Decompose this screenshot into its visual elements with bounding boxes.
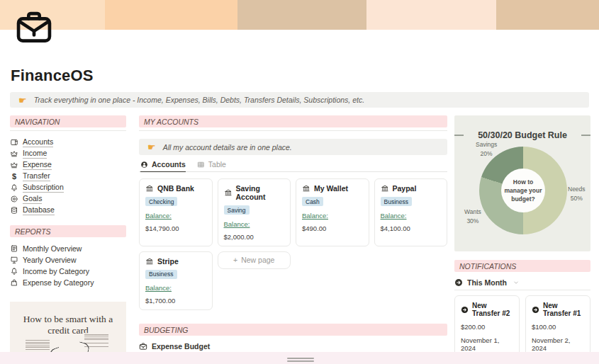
sidebar-item-subscription[interactable]: Subscription <box>10 182 126 193</box>
sidebar-item-income-by-category[interactable]: Income by Category <box>10 266 126 277</box>
page-title: FinanceOS <box>11 67 599 85</box>
account-card-qnb-bank[interactable]: QNB Bank Checking Balance: $14,790.00 <box>139 178 213 246</box>
page-callout-text: Track everything in one place - Income, … <box>34 96 364 104</box>
chevron-down-icon[interactable] <box>513 279 520 286</box>
title-dash <box>581 135 590 136</box>
title-dash <box>454 135 464 136</box>
bell-icon <box>10 267 18 275</box>
account-type-tag: Business <box>381 197 413 206</box>
navigation-list: Accounts Income Expense $Transfer Subscr… <box>10 137 126 216</box>
account-card-my-wallet[interactable]: My Wallet Cash Balance: $490.00 <box>296 178 369 246</box>
crown-icon <box>10 149 18 158</box>
budgeting-header: BUDGETING <box>139 324 447 336</box>
navigation-header: NAVIGATION <box>10 115 126 127</box>
sidebar-item-income[interactable]: Income <box>10 148 126 159</box>
donut-center-text: How to manage your budget? <box>501 169 545 212</box>
card-icon <box>10 138 18 147</box>
balance-label: Balance: <box>381 212 442 220</box>
target-icon <box>10 195 18 203</box>
sidebar-item-accounts[interactable]: Accounts <box>10 137 126 148</box>
sidebar-item-monthly-overview[interactable]: Monthly Overview <box>10 243 126 254</box>
divider <box>454 290 590 290</box>
main-column: MY ACCOUNTS ☛ All my account details are… <box>139 115 447 364</box>
right-column: 50/30/20 Budget Rule How to manage your … <box>454 115 590 364</box>
briefcase-small-icon <box>139 342 147 351</box>
notifications-header: NOTIFICATIONS <box>454 260 590 272</box>
balance-value: $1,700.00 <box>145 297 206 305</box>
my-accounts-header: MY ACCOUNTS <box>139 115 447 127</box>
transfer-date: November 1, 2024 <box>461 336 513 352</box>
bank-icon <box>302 184 310 193</box>
cover-banner <box>0 0 599 30</box>
bank-icon <box>381 184 389 193</box>
balance-label: Balance: <box>302 212 363 220</box>
crown-icon <box>10 161 18 169</box>
bank-icon <box>145 184 154 193</box>
divider <box>139 130 447 131</box>
accounts-callout-text: All my account details are in one place. <box>163 143 292 152</box>
pointing-finger-icon: ☛ <box>147 142 156 152</box>
divider <box>10 130 126 131</box>
tab-accounts[interactable]: Accounts <box>140 160 186 172</box>
reports-list: Monthly Overview Yearly Overview Income … <box>10 243 126 288</box>
document-icon <box>10 244 18 253</box>
sidebar: NAVIGATION Accounts Income Expense $Tran… <box>10 115 126 364</box>
balance-value: $14,790.00 <box>145 224 206 232</box>
account-type-tag: Saving <box>224 205 250 215</box>
balance-value: $4,100.00 <box>381 224 442 232</box>
slice-label-wants: Wants30% <box>464 207 481 226</box>
promo-note <box>26 339 50 351</box>
donut-chart: How to manage your budget? <box>479 147 567 234</box>
sidebar-item-goals[interactable]: Goals <box>10 193 126 205</box>
sidebar-item-expense[interactable]: Expense <box>10 159 126 171</box>
arrow-circle-icon <box>454 278 463 287</box>
person-icon <box>140 161 148 169</box>
this-month-toggle[interactable]: This Month <box>454 278 590 287</box>
new-page-button[interactable]: + New page <box>218 251 291 269</box>
transfer-amount: $100.00 <box>532 323 584 331</box>
table-grid-icon <box>197 161 205 169</box>
presentation-icon <box>10 256 18 264</box>
transfer-date: November 2, 2024 <box>532 336 584 352</box>
sidebar-item-expense-by-category[interactable]: Expense by Category <box>10 277 126 288</box>
pointing-finger-icon: ☛ <box>18 95 27 106</box>
bell-icon <box>10 183 18 192</box>
bag-icon <box>10 278 18 287</box>
sidebar-item-database[interactable]: Database <box>10 205 126 216</box>
account-card-stripe[interactable]: Stripe Business Balance: $1,700.00 <box>139 251 213 311</box>
account-type-tag: Business <box>145 270 177 279</box>
account-type-tag: Cash <box>302 197 323 206</box>
database-icon <box>10 206 18 215</box>
tab-table[interactable]: Table <box>197 160 226 171</box>
dollar-icon: $ <box>10 172 18 181</box>
budget-rule-chart: 50/30/20 Budget Rule How to manage your … <box>454 115 590 251</box>
balance-label: Balance: <box>224 220 285 228</box>
accounts-callout: ☛ All my account details are in one plac… <box>139 139 447 155</box>
sidebar-item-yearly-overview[interactable]: Yearly Overview <box>10 254 126 266</box>
chart-title: 50/30/20 Budget Rule <box>464 130 581 140</box>
arrow-circle-icon <box>461 306 469 314</box>
balance-value: $490.00 <box>302 224 363 232</box>
resize-handle[interactable] <box>287 356 314 362</box>
bank-icon <box>145 257 154 266</box>
account-card-grid: QNB Bank Checking Balance: $14,790.00 Sa… <box>139 178 447 310</box>
account-card-saving-account[interactable]: Saving Account Saving Balance: $2,000.00 <box>218 178 291 246</box>
bank-icon <box>224 188 233 197</box>
arrow-circle-icon <box>532 306 539 314</box>
slice-label-needs: Needs50% <box>568 185 586 203</box>
promo-title: How to be smart with a credit card <box>10 302 126 336</box>
reports-header: REPORTS <box>10 225 126 237</box>
page-callout: ☛ Track everything in one place - Income… <box>10 92 589 108</box>
balance-label: Balance: <box>145 284 206 292</box>
account-type-tag: Checking <box>145 197 177 206</box>
account-card-paypal[interactable]: Paypal Business Balance: $4,100.00 <box>374 178 448 246</box>
balance-label: Balance: <box>145 212 206 220</box>
expense-budget-group[interactable]: Expense Budget <box>139 342 447 351</box>
accounts-view-tabs: Accounts Table <box>139 160 447 172</box>
balance-value: $2,000.00 <box>224 233 285 241</box>
slice-label-savings: Savings20% <box>476 140 497 159</box>
briefcase-icon <box>14 7 54 47</box>
transfer-amount: $200.00 <box>461 323 513 331</box>
plus-icon: + <box>233 256 237 264</box>
sidebar-item-transfer[interactable]: $Transfer <box>10 171 126 182</box>
